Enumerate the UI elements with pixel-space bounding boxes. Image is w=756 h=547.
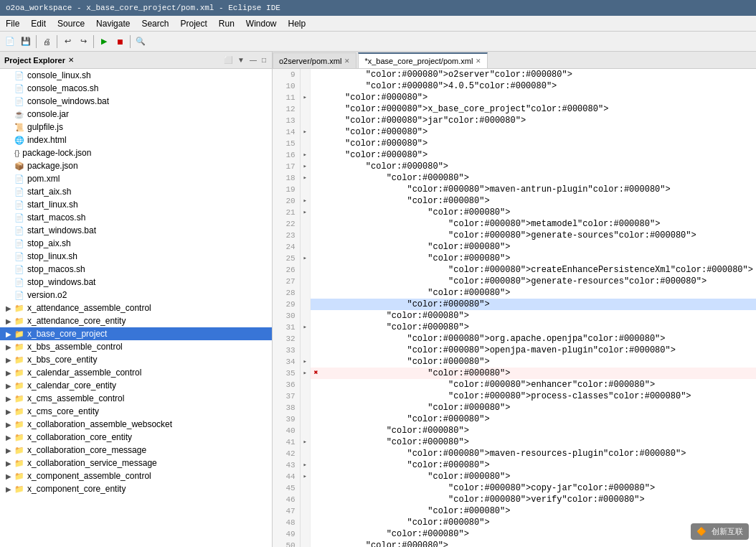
tree-item-x-collaboration-service-message[interactable]: ▶📁x_collaboration_service_message xyxy=(0,457,272,469)
toolbar-stop-btn[interactable]: ⏹ xyxy=(113,34,127,49)
fold-indicator[interactable] xyxy=(300,310,310,322)
fold-indicator[interactable] xyxy=(300,482,310,494)
tree-item-x-cms-core-entity[interactable]: ▶📁x_cms_core_entity xyxy=(0,405,272,418)
tree-item-x-bbs-assemble-control[interactable]: ▶📁x_bbs_assemble_control xyxy=(0,340,272,353)
code-editor[interactable]: 9 "color:#000080">o2server"color:#000080… xyxy=(273,69,756,547)
tree-item-index-html[interactable]: 🌐index.html xyxy=(0,134,272,146)
tree-item-x-calendar-assemble-control[interactable]: ▶📁x_calendar_assemble_control xyxy=(0,366,272,379)
tree-item-stop-linux-sh[interactable]: 📄stop_linux.sh xyxy=(0,250,272,263)
toolbar-redo-btn[interactable]: ↪ xyxy=(76,34,90,49)
fold-indicator[interactable] xyxy=(300,138,310,149)
fold-indicator[interactable]: ▸ xyxy=(300,356,310,368)
sidebar-menu-btn[interactable]: ▼ xyxy=(236,55,246,65)
tree-item-package-json[interactable]: 📦package.json xyxy=(0,159,272,172)
tree-item-console-macos-sh[interactable]: 📄console_macos.sh xyxy=(0,82,272,95)
tree-item-x-attendance-assemble-control[interactable]: ▶📁x_attendance_assemble_control xyxy=(0,301,272,314)
tree-item-pom-xml[interactable]: 📄pom.xml xyxy=(0,172,272,185)
menu-project[interactable]: Project xyxy=(174,17,212,31)
tree-item-package-lock-json[interactable]: {}package-lock.json xyxy=(0,146,272,159)
editor-tab-0[interactable]: o2server/pom.xml✕ xyxy=(273,52,356,68)
fold-indicator[interactable] xyxy=(300,230,310,241)
editor-tab-1[interactable]: *x_base_core_project/pom.xml✕ xyxy=(358,52,488,68)
fold-indicator[interactable]: ▸ xyxy=(300,436,310,448)
fold-indicator[interactable] xyxy=(300,494,310,505)
menu-edit[interactable]: Edit xyxy=(25,17,52,31)
fold-indicator[interactable]: ▸ xyxy=(300,126,310,138)
fold-indicator[interactable] xyxy=(300,218,310,230)
fold-indicator[interactable] xyxy=(300,276,310,287)
tree-item-x-collaboration-core-message[interactable]: ▶📁x_collaboration_core_message xyxy=(0,444,272,457)
tree-item-x-attendance-core-entity[interactable]: ▶📁x_attendance_core_entity xyxy=(0,314,272,327)
tree-item-x-cms-assemble-control[interactable]: ▶📁x_cms_assemble_control xyxy=(0,392,272,405)
menu-navigate[interactable]: Navigate xyxy=(90,17,136,31)
tree-item-x-component-assemble-control[interactable]: ▶📁x_component_assemble_control xyxy=(0,469,272,482)
fold-indicator[interactable]: ▸ xyxy=(300,207,310,218)
tree-item-console-linux-sh[interactable]: 📄console_linux.sh xyxy=(0,69,272,82)
fold-indicator[interactable] xyxy=(300,391,310,402)
toolbar-save-btn[interactable]: 💾 xyxy=(19,34,33,49)
fold-indicator[interactable] xyxy=(300,299,310,310)
fold-indicator[interactable]: ▸ xyxy=(300,253,310,264)
toolbar-print-btn[interactable]: 🖨 xyxy=(39,34,54,49)
toolbar-debug-btn[interactable]: ▶ xyxy=(97,34,111,49)
tree-item-x-collaboration-core-entity[interactable]: ▶📁x_collaboration_core_entity xyxy=(0,431,272,444)
tree-item-x-component-core-entity[interactable]: ▶📁x_component_core_entity xyxy=(0,482,272,495)
tree-item-x-bbs-core-entity[interactable]: ▶📁x_bbs_core_entity xyxy=(0,353,272,366)
fold-indicator[interactable] xyxy=(300,379,310,391)
fold-indicator[interactable]: ▸ xyxy=(300,322,310,333)
fold-indicator[interactable]: ▸ xyxy=(300,161,310,172)
tree-item-gulpfile-js[interactable]: 📜gulpfile.js xyxy=(0,121,272,134)
fold-indicator[interactable] xyxy=(300,425,310,436)
tree-item-x-collaboration-assemble-websocket[interactable]: ▶📁x_collaboration_assemble_websocket xyxy=(0,418,272,431)
fold-indicator[interactable]: ▸ xyxy=(300,92,310,103)
fold-indicator[interactable] xyxy=(300,413,310,425)
fold-indicator[interactable] xyxy=(300,184,310,195)
toolbar-undo-btn[interactable]: ↩ xyxy=(60,34,75,49)
tree-item-console-jar[interactable]: ☕console.jar xyxy=(0,108,272,121)
fold-indicator[interactable] xyxy=(300,80,310,92)
fold-indicator[interactable] xyxy=(300,333,310,345)
sidebar-min-btn[interactable]: — xyxy=(248,55,258,65)
fold-indicator[interactable]: ▸ xyxy=(300,459,310,471)
fold-indicator[interactable] xyxy=(300,103,310,115)
fold-indicator[interactable] xyxy=(300,540,310,547)
sidebar-max-btn[interactable]: □ xyxy=(260,55,268,65)
tree-item-start-aix-sh[interactable]: 📄start_aix.sh xyxy=(0,185,272,198)
menu-search[interactable]: Search xyxy=(136,17,174,31)
menu-source[interactable]: Source xyxy=(52,17,90,31)
tab-close-btn[interactable]: ✕ xyxy=(476,57,481,65)
menu-window[interactable]: Window xyxy=(240,17,283,31)
fold-indicator[interactable] xyxy=(300,345,310,356)
fold-indicator[interactable] xyxy=(300,241,310,253)
tree-item-stop-windows-bat[interactable]: 📄stop_windows.bat xyxy=(0,276,272,289)
tab-close-btn[interactable]: ✕ xyxy=(344,57,350,65)
tree-item-version-o2[interactable]: 📄version.o2 xyxy=(0,289,272,301)
menu-help[interactable]: Help xyxy=(283,17,312,31)
fold-indicator[interactable]: ▸ xyxy=(300,149,310,161)
sidebar-close-icon[interactable]: ✕ xyxy=(68,56,74,64)
tree-item-console-windows-bat[interactable]: 📄console_windows.bat xyxy=(0,95,272,108)
fold-indicator[interactable] xyxy=(300,402,310,413)
tree-item-start-windows-bat[interactable]: 📄start_windows.bat xyxy=(0,224,272,237)
fold-indicator[interactable] xyxy=(300,505,310,517)
tree-item-x-base-core-project[interactable]: ▶📁x_base_core_project xyxy=(0,327,272,340)
fold-indicator[interactable] xyxy=(300,448,310,459)
fold-indicator[interactable] xyxy=(300,115,310,126)
fold-indicator[interactable] xyxy=(300,528,310,540)
sidebar-collapse-btn[interactable]: ⬜ xyxy=(222,55,234,65)
tree-item-start-linux-sh[interactable]: 📄start_linux.sh xyxy=(0,198,272,211)
tree-item-x-calendar-core-entity[interactable]: ▶📁x_calendar_core_entity xyxy=(0,379,272,392)
fold-indicator[interactable] xyxy=(300,287,310,299)
fold-indicator[interactable]: ▸ xyxy=(300,172,310,184)
fold-indicator[interactable] xyxy=(300,69,310,80)
fold-indicator[interactable] xyxy=(300,264,310,276)
tree-item-start-macos-sh[interactable]: 📄start_macos.sh xyxy=(0,211,272,224)
sidebar-tree[interactable]: 📄console_linux.sh📄console_macos.sh📄conso… xyxy=(0,69,272,547)
menu-run[interactable]: Run xyxy=(213,17,240,31)
fold-indicator[interactable]: ▸ xyxy=(300,368,310,379)
fold-indicator[interactable] xyxy=(300,517,310,528)
fold-indicator[interactable]: ▸ xyxy=(300,195,310,207)
toolbar-search-btn[interactable]: 🔍 xyxy=(133,34,148,49)
menu-file[interactable]: File xyxy=(0,17,25,31)
tree-item-stop-macos-sh[interactable]: 📄stop_macos.sh xyxy=(0,263,272,276)
